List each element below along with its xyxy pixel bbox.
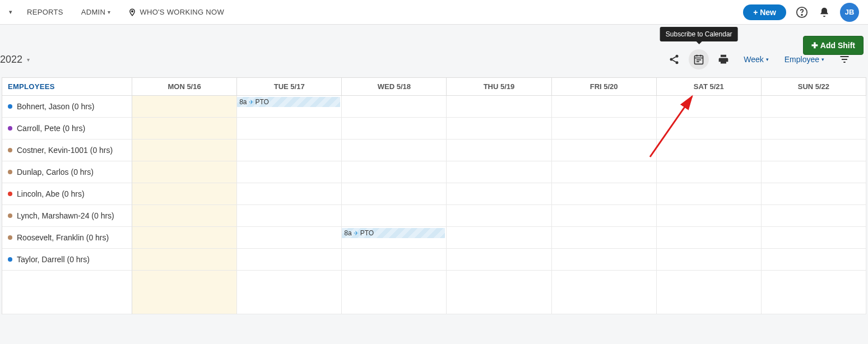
new-button[interactable]: + New (743, 4, 786, 20)
schedule-cell[interactable] (447, 118, 551, 140)
schedule-cell[interactable] (237, 271, 342, 314)
employee-cell[interactable]: Roosevelt, Franklin (0 hrs) (2, 227, 132, 249)
schedule-cell[interactable] (342, 249, 447, 271)
schedule-cell[interactable] (342, 271, 447, 314)
employee-cell[interactable]: Bohnert, Jason (0 hrs) (2, 96, 132, 118)
subscribe-calendar-icon[interactable]: Subscribe to Calendar (689, 49, 709, 69)
schedule-cell[interactable]: 8a✈PTO (237, 96, 342, 118)
schedule-cell[interactable] (657, 118, 762, 140)
schedule-cell[interactable] (342, 118, 447, 140)
color-dot-icon (8, 126, 12, 131)
schedule-cell[interactable] (552, 96, 657, 118)
schedule-cell[interactable] (132, 118, 237, 140)
schedule-cell[interactable] (237, 227, 342, 249)
schedule-cell[interactable] (762, 140, 866, 161)
nav-working-now[interactable]: WHO'S WORKING NOW (120, 0, 232, 25)
help-icon[interactable] (795, 6, 809, 19)
shift-event[interactable]: 8a✈PTO (342, 228, 445, 238)
schedule-cell[interactable] (237, 118, 342, 140)
employee-cell[interactable]: Lynch, Marshawn-24 (0 hrs) (2, 205, 132, 227)
schedule-cell[interactable] (342, 96, 447, 118)
schedule-cell[interactable] (132, 161, 237, 183)
avatar[interactable]: JB (840, 3, 859, 22)
schedule-cell[interactable] (237, 140, 342, 161)
groupby-dropdown[interactable]: Employee ▾ (779, 55, 830, 64)
schedule-cell[interactable] (762, 118, 866, 140)
schedule-cell[interactable] (762, 183, 866, 205)
schedule-cell[interactable] (657, 271, 762, 314)
schedule-cell[interactable] (552, 249, 657, 271)
svg-point-0 (132, 11, 133, 12)
schedule-cell[interactable] (762, 161, 866, 183)
schedule-cell[interactable] (237, 205, 342, 227)
employee-cell[interactable]: Lincoln, Abe (0 hrs) (2, 183, 132, 205)
schedule-cell[interactable] (132, 183, 237, 205)
schedule-cell[interactable] (237, 183, 342, 205)
schedule-cell[interactable] (762, 271, 866, 314)
schedule-cell[interactable] (447, 249, 551, 271)
schedule-cell[interactable] (447, 140, 551, 161)
employee-cell[interactable]: Carroll, Pete (0 hrs) (2, 118, 132, 140)
schedule-cell[interactable] (657, 183, 762, 205)
schedule-cell[interactable] (132, 140, 237, 161)
schedule-cell[interactable] (762, 96, 866, 118)
caret-down-icon: ▾ (821, 57, 824, 62)
schedule-cell[interactable] (447, 96, 551, 118)
schedule-cell[interactable] (237, 161, 342, 183)
schedule-cell[interactable] (342, 205, 447, 227)
svg-point-2 (801, 14, 802, 15)
employee-cell[interactable]: Costner, Kevin-1001 (0 hrs) (2, 140, 132, 161)
employee-name: Costner, Kevin-1001 (0 hrs) (17, 146, 113, 155)
filter-icon[interactable] (834, 49, 855, 69)
schedule-cell[interactable] (657, 140, 762, 161)
schedule-cell[interactable] (132, 205, 237, 227)
schedule-cell[interactable] (342, 183, 447, 205)
schedule-cell[interactable] (237, 249, 342, 271)
schedule-cell[interactable] (552, 183, 657, 205)
schedule-cell[interactable] (447, 205, 551, 227)
schedule-cell[interactable] (132, 227, 237, 249)
color-dot-icon (8, 104, 12, 109)
schedule-cell[interactable] (342, 161, 447, 183)
schedule-cell[interactable] (132, 96, 237, 118)
schedule-cell[interactable] (552, 271, 657, 314)
schedule-cell[interactable]: 8a✈PTO (342, 227, 447, 249)
schedule-cell[interactable] (552, 161, 657, 183)
shift-event[interactable]: 8a✈PTO (237, 97, 340, 107)
schedule-cell[interactable] (657, 205, 762, 227)
schedule-cell[interactable] (552, 227, 657, 249)
schedule-cell[interactable] (762, 205, 866, 227)
nav-admin[interactable]: ADMIN ▾ (73, 0, 119, 25)
year-label: 2022 (0, 54, 22, 66)
schedule-cell[interactable] (447, 227, 551, 249)
schedule-cell[interactable] (552, 205, 657, 227)
bell-icon[interactable] (818, 6, 831, 19)
schedule-cell[interactable] (762, 249, 866, 271)
schedule-cell[interactable] (132, 249, 237, 271)
schedule-cell[interactable] (762, 227, 866, 249)
schedule-cell[interactable] (657, 161, 762, 183)
schedule-cell[interactable] (447, 183, 551, 205)
nav-reports[interactable]: REPORTS (19, 0, 71, 25)
chevron-down-icon[interactable]: ▾ (9, 8, 17, 16)
employee-cell[interactable]: Dunlap, Carlos (0 hrs) (2, 161, 132, 183)
schedule-cell[interactable] (657, 96, 762, 118)
schedule-cell[interactable] (342, 140, 447, 161)
employee-name: Lincoln, Abe (0 hrs) (17, 189, 85, 198)
add-shift-label: Add Shift (820, 41, 855, 50)
timeframe-dropdown[interactable]: Week ▾ (738, 55, 774, 64)
print-icon[interactable] (713, 49, 734, 69)
schedule-cell[interactable] (447, 161, 551, 183)
schedule-cell[interactable] (657, 227, 762, 249)
employee-cell[interactable]: Taylor, Darrell (0 hrs) (2, 249, 132, 271)
schedule-cell[interactable] (447, 271, 551, 314)
schedule-cell[interactable] (132, 271, 237, 314)
color-dot-icon (8, 257, 12, 262)
day-header: TUE 5/17 (237, 78, 342, 96)
timeframe-label: Week (744, 55, 764, 64)
schedule-cell[interactable] (657, 249, 762, 271)
year-selector[interactable]: 2022 ▾ (0, 54, 30, 66)
share-icon[interactable] (664, 49, 684, 69)
schedule-cell[interactable] (552, 118, 657, 140)
schedule-cell[interactable] (552, 140, 657, 161)
